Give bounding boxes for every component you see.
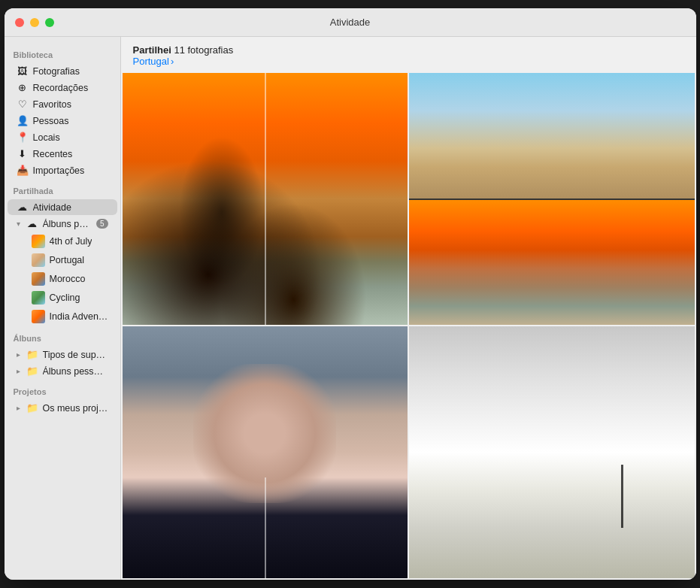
photo-count: 11 fotografias bbox=[174, 44, 233, 56]
folder-icon: 📁 bbox=[26, 402, 38, 414]
chevron-right-icon: ▸ bbox=[17, 350, 20, 359]
sidebar-item-label: Locais bbox=[33, 132, 60, 143]
sidebar-item-albuns-pessoais[interactable]: ▸ 📁 Álbuns pessoais bbox=[8, 363, 117, 379]
sidebar-item-label: Pessoas bbox=[33, 116, 69, 126]
photo-cell-jump[interactable] bbox=[409, 73, 695, 199]
sidebar-item-importacoes[interactable]: 📥 Importações bbox=[8, 162, 117, 178]
photo-grid bbox=[121, 73, 696, 580]
sidebar-item-label: Recordações bbox=[33, 83, 89, 93]
albums-section-header: Álbuns bbox=[5, 326, 120, 346]
chevron-down-icon: ▾ bbox=[17, 220, 20, 228]
shared-section-header: Partilhada bbox=[5, 179, 120, 199]
photo-cell-portrait[interactable] bbox=[123, 326, 408, 578]
sidebar-item-label: Importações bbox=[33, 165, 85, 176]
shared-message: Partilhei 11 fotografias bbox=[133, 44, 684, 56]
minimize-button[interactable] bbox=[30, 18, 39, 27]
sidebar-item-label: Fotografias bbox=[33, 66, 80, 77]
album-name: Portugal bbox=[133, 56, 169, 67]
chevron-right-icon: ▸ bbox=[17, 367, 20, 375]
photo-cell-right-column bbox=[409, 73, 695, 325]
sidebar-item-favoritos[interactable]: ♡ Favoritos bbox=[8, 96, 117, 112]
sidebar-item-label: Favoritos bbox=[33, 99, 71, 110]
sidebar-item-label: Morocco bbox=[50, 274, 86, 284]
shared-label: Partilhei bbox=[133, 44, 171, 56]
window-title: Atividade bbox=[330, 17, 370, 28]
sidebar-item-label: India Adventure bbox=[50, 311, 108, 322]
photo-cell-beach-dance[interactable] bbox=[123, 73, 408, 325]
chevron-right-icon: › bbox=[171, 56, 174, 67]
projects-section-header: Projetos bbox=[5, 380, 120, 399]
activity-icon: ☁ bbox=[17, 202, 29, 213]
library-section-header: Biblioteca bbox=[5, 43, 120, 62]
imports-icon: 📥 bbox=[17, 165, 29, 176]
sidebar-item-label: Álbuns partilhados bbox=[43, 219, 92, 229]
people-icon: 👤 bbox=[17, 115, 29, 126]
album-link[interactable]: Portugal › bbox=[133, 56, 684, 67]
sidebar-item-tipos-suporte[interactable]: ▸ 📁 Tipos de suporte bbox=[8, 347, 117, 362]
album-thumbnail-india bbox=[32, 310, 45, 323]
maximize-button[interactable] bbox=[45, 18, 54, 27]
sidebar-item-meus-projetos[interactable]: ▸ 📁 Os meus projetos bbox=[8, 400, 117, 416]
sidebar: Biblioteca 🖼 Fotografias ⊕ Recordações ♡… bbox=[5, 37, 121, 580]
sidebar-item-label: Tipos de suporte bbox=[43, 350, 108, 360]
sidebar-item-label: Recentes bbox=[33, 149, 73, 159]
folder-icon: 📁 bbox=[26, 365, 38, 377]
content-header: Partilhei 11 fotografias Portugal › bbox=[121, 37, 696, 73]
sidebar-item-atividade[interactable]: ☁ Atividade bbox=[8, 199, 117, 215]
sidebar-item-recordacoes[interactable]: ⊕ Recordações bbox=[8, 80, 117, 95]
sidebar-item-albuns-partilhados[interactable]: ▾ ☁ Álbuns partilhados 5 bbox=[8, 216, 117, 232]
badge-count: 5 bbox=[96, 219, 108, 229]
album-thumbnail-portugal bbox=[32, 253, 45, 267]
sidebar-item-portugal[interactable]: Portugal bbox=[8, 251, 117, 269]
sidebar-item-india-adventure[interactable]: India Adventure bbox=[8, 308, 117, 326]
places-icon: 📍 bbox=[17, 132, 29, 143]
album-thumbnail-morocco bbox=[32, 272, 45, 286]
sidebar-item-pessoas[interactable]: 👤 Pessoas bbox=[8, 113, 117, 129]
sidebar-item-label: Cycling bbox=[50, 292, 80, 303]
main-content: Biblioteca 🖼 Fotografias ⊕ Recordações ♡… bbox=[5, 37, 696, 580]
photo-cell-sunset-run[interactable] bbox=[409, 200, 695, 326]
sidebar-item-label: Álbuns pessoais bbox=[43, 366, 108, 377]
sidebar-item-cycling[interactable]: Cycling bbox=[8, 289, 117, 307]
folder-icon: 📁 bbox=[26, 349, 38, 360]
favorites-icon: ♡ bbox=[17, 99, 29, 110]
titlebar: Atividade bbox=[5, 8, 696, 37]
sidebar-item-label: Portugal bbox=[50, 255, 85, 265]
sidebar-item-locais[interactable]: 📍 Locais bbox=[8, 129, 117, 145]
content-area: Partilhei 11 fotografias Portugal › bbox=[121, 37, 696, 580]
album-thumbnail-cycling bbox=[32, 291, 45, 305]
photos-icon: 🖼 bbox=[17, 65, 29, 77]
close-button[interactable] bbox=[15, 18, 24, 27]
chevron-right-icon: ▸ bbox=[17, 404, 20, 412]
photo-cell-street[interactable] bbox=[409, 326, 695, 578]
traffic-lights bbox=[5, 18, 54, 27]
album-thumbnail-4th bbox=[32, 235, 45, 248]
sidebar-item-label: Atividade bbox=[33, 202, 71, 213]
sidebar-item-recentes[interactable]: ⬇ Recentes bbox=[8, 146, 117, 162]
app-window: Atividade Biblioteca 🖼 Fotografias ⊕ Rec… bbox=[5, 8, 696, 580]
sidebar-item-morocco[interactable]: Morocco bbox=[8, 270, 117, 288]
memories-icon: ⊕ bbox=[17, 82, 29, 93]
sidebar-item-4th-of-july[interactable]: 4th of July bbox=[8, 232, 117, 250]
sidebar-item-label: 4th of July bbox=[50, 236, 92, 247]
recents-icon: ⬇ bbox=[17, 148, 29, 159]
sidebar-item-fotografias[interactable]: 🖼 Fotografias bbox=[8, 63, 117, 79]
shared-albums-icon: ☁ bbox=[26, 218, 38, 229]
sidebar-item-label: Os meus projetos bbox=[43, 403, 108, 414]
